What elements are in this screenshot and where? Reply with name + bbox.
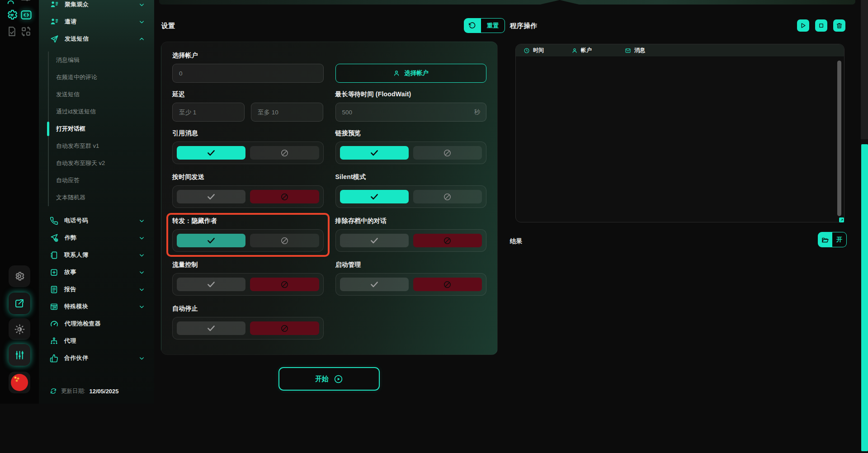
submenu-item-auto-reply[interactable]: 自动应答 xyxy=(49,172,154,189)
stop-button[interactable] xyxy=(815,19,827,32)
toggle-no-button[interactable] xyxy=(250,234,319,247)
sidebar-item-reports[interactable]: 报告 xyxy=(39,281,154,298)
profile-avatar-button[interactable] xyxy=(9,372,30,393)
user-icon xyxy=(393,70,400,77)
stop-icon xyxy=(818,22,825,29)
sidebar-item-cheat[interactable]: 作弊 xyxy=(39,229,154,246)
gauge-icon xyxy=(50,319,59,328)
column-message[interactable]: 消息 xyxy=(625,47,645,54)
proxy-network-icon xyxy=(50,337,58,345)
toggle-no-button[interactable] xyxy=(250,190,319,203)
submenu-item-text-randomizer[interactable]: 文本随机器 xyxy=(49,189,154,206)
sidebar-item-gather-audience[interactable]: 聚集观众 xyxy=(39,0,154,13)
sidebar-item-stories[interactable]: 故事 xyxy=(39,264,154,281)
toggle-silent-mode: Silent模式 xyxy=(335,173,487,208)
sidebar-item-phone-numbers[interactable]: 电话号码 xyxy=(39,212,154,229)
submenu-item-send-sms[interactable]: 发送短信 xyxy=(49,86,154,103)
toggle-yes-button[interactable] xyxy=(340,234,409,247)
column-time[interactable]: 时间 xyxy=(524,47,571,54)
toggle-yes-button[interactable] xyxy=(340,146,409,160)
toggle-no-button[interactable] xyxy=(250,278,319,291)
open-results-button[interactable]: 开 xyxy=(818,232,847,247)
sliders-button[interactable] xyxy=(9,344,30,366)
check-icon xyxy=(207,280,216,289)
submenu-item-send-by-id[interactable]: 通过id发送短信 xyxy=(49,103,154,120)
delay-field-cell: 延迟 xyxy=(172,90,324,129)
clock-icon xyxy=(524,47,530,54)
brightness-button[interactable] xyxy=(9,318,30,340)
delay-max-input[interactable] xyxy=(251,103,323,122)
toggle-yes-button[interactable] xyxy=(177,278,245,291)
chevron-down-icon xyxy=(138,286,145,293)
scrollbar-thumb[interactable] xyxy=(861,144,868,451)
toggle-label: 启动管理 xyxy=(335,261,487,269)
slash-circle-icon xyxy=(443,193,452,201)
submenu-item-channel-comments[interactable]: 在频道中的评论 xyxy=(49,69,154,86)
clear-button[interactable] xyxy=(833,19,845,32)
toggle-no-button[interactable] xyxy=(250,321,319,335)
toggle-no-button[interactable] xyxy=(250,146,319,160)
people-icon xyxy=(50,17,59,26)
toggle-yes-button[interactable] xyxy=(177,234,245,247)
floodwait-input[interactable] xyxy=(335,103,487,122)
toggle-yes-button[interactable] xyxy=(177,190,245,203)
chevron-down-icon xyxy=(138,355,145,362)
submenu-item-message-editor[interactable]: 消息编辑 xyxy=(49,52,154,69)
run-button[interactable] xyxy=(797,19,809,32)
sidebar-item-proxy-pool-checker[interactable]: 代理池检查器 xyxy=(39,315,154,332)
slash-circle-icon xyxy=(280,324,289,333)
delay-min-input[interactable] xyxy=(172,103,245,122)
check-icon xyxy=(207,236,216,245)
sidebar-item-send-sms[interactable]: 发送短信 xyxy=(39,30,154,47)
check-icon xyxy=(370,280,379,289)
toggle-yes-button[interactable] xyxy=(177,146,245,160)
page-scrollbar[interactable] xyxy=(861,0,868,453)
toggle-no-button[interactable] xyxy=(413,278,482,291)
toggle-no-button[interactable] xyxy=(413,146,482,160)
operations-buttons xyxy=(797,19,845,32)
sidebar-item-label: 发送短信 xyxy=(65,35,89,43)
toggle-no-button[interactable] xyxy=(413,234,482,247)
folder-icon xyxy=(818,232,832,247)
submenu-item-open-dialog[interactable]: 打开对话框 xyxy=(49,120,154,137)
thumbs-up-icon xyxy=(50,354,58,363)
swap-boxes-icon[interactable] xyxy=(20,26,32,37)
toggle-label: 排除存档中的对话 xyxy=(335,217,487,226)
toggle-yes-button[interactable] xyxy=(340,278,409,291)
settings-gear-button[interactable] xyxy=(9,265,30,287)
submenu-item-autopost-group-v1[interactable]: 自动发布至群 v1 xyxy=(49,137,154,155)
update-date-row: 更新日期: 12/05/2025 xyxy=(39,382,154,400)
external-link-button[interactable] xyxy=(9,293,30,314)
tune-icon[interactable] xyxy=(20,0,31,7)
table-resize-handle[interactable] xyxy=(839,217,844,222)
users-icon[interactable] xyxy=(6,0,18,5)
check-icon xyxy=(207,324,216,333)
toggle-traffic-control: 流量控制 xyxy=(172,261,324,296)
code-window-icon[interactable] xyxy=(20,9,33,21)
select-account-button[interactable]: 选择帐户 xyxy=(335,64,487,83)
sidebar-item-partners[interactable]: 合作伙伴 xyxy=(39,349,154,367)
toggle-yes-button[interactable] xyxy=(340,190,409,203)
notebook-icon xyxy=(50,251,58,260)
toggle-no-button[interactable] xyxy=(413,190,482,203)
column-message-label: 消息 xyxy=(634,47,645,54)
reset-button[interactable]: 重置 xyxy=(464,18,505,33)
delay-label: 延迟 xyxy=(172,90,324,99)
check-icon xyxy=(207,148,216,157)
sidebar-item-invite[interactable]: 邀请 xyxy=(39,13,154,30)
start-button[interactable]: 开始 xyxy=(278,367,380,391)
submenu-item-autopost-chat-v2[interactable]: 自动发布至聊天 v2 xyxy=(49,155,154,172)
sidebar-item-proxy[interactable]: 代理 xyxy=(39,332,154,349)
account-input[interactable] xyxy=(172,64,324,83)
toggle-yes-button[interactable] xyxy=(177,321,245,335)
bot-settings-icon[interactable] xyxy=(6,9,18,21)
sidebar-item-contact-book[interactable]: 联系人簿 xyxy=(39,246,154,264)
table-scrollbar[interactable] xyxy=(837,61,841,216)
check-icon xyxy=(370,192,379,201)
check-icon xyxy=(370,236,379,245)
column-account[interactable]: 帐户 xyxy=(571,47,625,54)
external-link-icon xyxy=(14,298,25,309)
document-check-icon[interactable] xyxy=(6,26,18,37)
sidebar-item-special-modules[interactable]: 特殊模块 xyxy=(39,298,154,315)
sidebar-item-label: 聚集观众 xyxy=(65,0,89,9)
